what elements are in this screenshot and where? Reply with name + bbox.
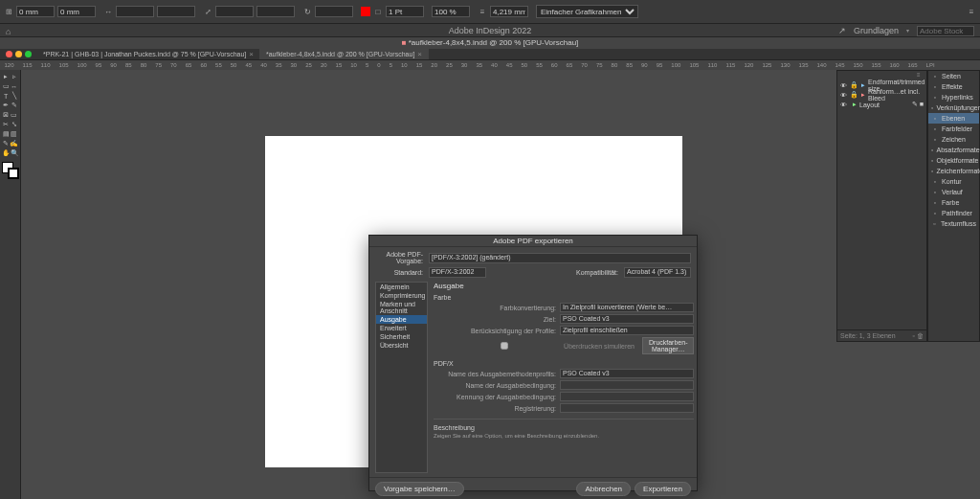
scissors-tool[interactable]: ✂	[2, 120, 11, 129]
pdfx-bedingung-input[interactable]	[560, 380, 694, 390]
desc-heading: Beschreibung	[434, 424, 694, 431]
save-preset-button[interactable]: Vorgabe speichern…	[375, 482, 464, 496]
stroke-swatch[interactable]: □	[373, 7, 383, 16]
pdfx-profile-select[interactable]: PSO Coated v3	[560, 369, 694, 378]
panel-zeichenformate[interactable]: ▫Zeichenformate	[928, 166, 979, 176]
stroke-field[interactable]	[386, 6, 424, 17]
panel-seiten[interactable]: ▫Seiten	[928, 71, 979, 81]
panel-zeichen[interactable]: ▫Zeichen	[928, 134, 979, 145]
y-field[interactable]	[57, 6, 96, 17]
tab-marken[interactable]: Marken und Anschnitt	[376, 300, 427, 315]
panel-farbe[interactable]: ▫Farbe	[928, 197, 979, 208]
x-field[interactable]	[16, 6, 55, 17]
pdfx-kennung-label: Kennung der Ausgabebedingung:	[434, 394, 556, 400]
cancel-button[interactable]: Abbrechen	[576, 482, 631, 496]
hand-tool[interactable]: ✋	[2, 148, 11, 158]
tab-erweitert[interactable]: Erweitert	[376, 324, 427, 332]
close-icon[interactable]: ×	[417, 49, 422, 60]
pdfx-reg-label: Registrierung:	[434, 405, 556, 412]
scale-y-field[interactable]	[256, 6, 295, 17]
dialog-sidebar: Allgemein Komprimierung Marken und Ansch…	[375, 282, 428, 473]
panel-effekte[interactable]: ▫Effekte	[928, 81, 979, 92]
gradient-feather-tool[interactable]: ▥	[11, 129, 19, 139]
share-icon[interactable]: ↗	[838, 24, 846, 37]
panel-verlauf[interactable]: ▫Verlauf	[928, 187, 979, 197]
tab-allgemein[interactable]: Allgemein	[376, 283, 427, 291]
tab-ausgabe[interactable]: Ausgabe	[376, 315, 427, 324]
panel-ebenen[interactable]: ▫Ebenen	[928, 113, 979, 124]
gradient-tool[interactable]: ▤	[2, 129, 11, 139]
workspace-switcher[interactable]: Grundlagen	[854, 24, 899, 37]
trash-icon[interactable]: 🗑	[917, 332, 924, 339]
w-field[interactable]	[116, 6, 154, 17]
eyedropper-tool[interactable]: ✍	[10, 139, 18, 148]
export-button[interactable]: Exportieren	[635, 482, 691, 496]
stock-search[interactable]	[917, 26, 974, 36]
panel-verknüpfungen[interactable]: ▫Verknüpfungen	[928, 102, 979, 113]
control-strip: ⊞ ↔ ⤢ ↻ □ ≡ Einfacher Grafikrahmen ≡	[0, 0, 980, 24]
pdfx-heading: PDF/X	[434, 360, 694, 367]
minimize-window[interactable]	[15, 51, 22, 57]
panel-dock: ▫Seiten▫Effekte▫Hyperlinks▫Verknüpfungen…	[927, 70, 980, 342]
frame-type-select[interactable]: Einfacher Grafikrahmen	[536, 5, 638, 18]
rotate-field[interactable]	[315, 6, 353, 17]
note-tool[interactable]: ✎	[2, 139, 10, 148]
panel-textumfluss[interactable]: ▫Textumfluss	[928, 218, 979, 229]
panel-farbfelder[interactable]: ▫Farbfelder	[928, 124, 979, 134]
line-tool[interactable]: ╲	[11, 91, 19, 101]
tab-komprimierung[interactable]: Komprimierung	[376, 291, 427, 300]
close-icon[interactable]: ×	[249, 49, 254, 60]
selection-tool[interactable]: ▸	[2, 72, 11, 81]
home-icon[interactable]: ⌂	[6, 25, 11, 38]
new-layer-icon[interactable]: ▫	[913, 332, 915, 339]
dialog-title: Adobe PDF exportieren	[369, 236, 697, 247]
compat-select[interactable]: Acrobat 4 (PDF 1.3)	[624, 267, 691, 278]
pdfx-reg-input[interactable]	[560, 403, 694, 413]
ink-manager-button[interactable]: Druckfarben-Manager…	[642, 337, 694, 354]
dim-field[interactable]	[490, 6, 528, 17]
farbkonv-select[interactable]: In Zielprofil konvertieren (Werte be…	[560, 303, 694, 312]
free-transform-tool[interactable]: ⤡	[11, 120, 19, 129]
app-title-bar: ⌂ Adobe InDesign 2022 ↗ Grundlagen ▾	[0, 24, 980, 37]
direct-selection-tool[interactable]: ▹	[11, 72, 19, 81]
align-icon[interactable]: ≡	[478, 7, 487, 16]
rectangle-tool[interactable]: ▭	[11, 110, 19, 120]
menu-icon[interactable]: ≡	[967, 7, 976, 16]
scale-x-field[interactable]	[215, 6, 254, 17]
ziel-select[interactable]: PSO Coated v3	[560, 314, 694, 324]
tab-uebersicht[interactable]: Übersicht	[376, 341, 427, 350]
fill-swatch[interactable]	[361, 7, 370, 16]
tab-sicherheit[interactable]: Sicherheit	[376, 332, 427, 341]
panel-hyperlinks[interactable]: ▫Hyperlinks	[928, 92, 979, 102]
transform-icon: ↔	[103, 7, 113, 16]
zoom-window[interactable]	[25, 51, 32, 57]
pdfx-kennung-input[interactable]	[560, 392, 694, 401]
desc-text: Zeigen Sie auf eine Option, um eine Besc…	[434, 433, 694, 439]
type-tool[interactable]: T	[2, 91, 11, 101]
tab-bar: *PRK-21 | GHB-03 | Jonathan Puckes.indd …	[0, 49, 980, 60]
panel-pathfinder[interactable]: ▫Pathfinder	[928, 208, 979, 218]
document-tab-active[interactable]: *aufkleber-4,8x4,5.indd @ 200 % [GPU-Vor…	[260, 49, 429, 59]
zoom-tool[interactable]: 🔍	[11, 148, 19, 158]
pencil-tool[interactable]: ✎	[11, 101, 19, 110]
gap-tool[interactable]: ↔	[11, 81, 19, 91]
profile-select[interactable]: Zielprofil einschließen	[560, 326, 694, 335]
rectangle-frame-tool[interactable]: ⊠	[2, 110, 11, 120]
overprint-checkbox	[501, 342, 508, 350]
scale-icon: ⤢	[203, 7, 212, 16]
h-field[interactable]	[157, 6, 195, 17]
fill-stroke-swatch[interactable]	[2, 162, 19, 179]
preset-select[interactable]: [PDF/X-3:2002] (geändert)	[429, 253, 691, 263]
ziel-label: Ziel:	[434, 316, 556, 323]
rotate-icon: ↻	[302, 7, 312, 16]
panel-objektformate[interactable]: ▫Objektformate	[928, 155, 979, 166]
panel-absatzformate[interactable]: ▫Absatzformate	[928, 145, 979, 155]
document-tab[interactable]: *PRK-21 | GHB-03 | Jonathan Puckes.indd …	[37, 49, 260, 59]
close-window[interactable]	[6, 51, 12, 57]
page-tool[interactable]: ▭	[2, 81, 11, 91]
pen-tool[interactable]: ✒	[2, 101, 11, 110]
layer-row[interactable]: 👁🔒▸Rahform…et incl. Bleed	[837, 90, 926, 100]
zoom-field[interactable]	[432, 6, 470, 17]
panel-kontur[interactable]: ▫Kontur	[928, 176, 979, 187]
standard-select[interactable]: PDF/X-3:2002	[429, 267, 486, 278]
